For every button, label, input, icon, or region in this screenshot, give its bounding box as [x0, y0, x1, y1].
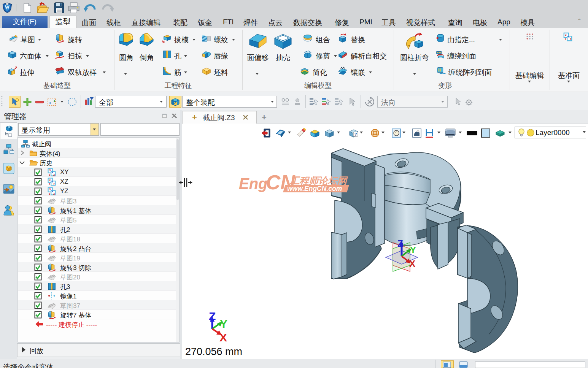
svg-text:工程师论坛网: 工程师论坛网: [289, 175, 348, 186]
svg-text:Eng: Eng: [239, 175, 268, 192]
svg-text:Z: Z: [397, 238, 403, 249]
svg-text:Y: Y: [410, 245, 416, 255]
svg-text:X: X: [409, 259, 415, 269]
svg-text:Y: Y: [220, 317, 227, 330]
svg-text:X: X: [219, 331, 227, 344]
svg-text:www.EngCN.com: www.EngCN.com: [287, 185, 342, 192]
